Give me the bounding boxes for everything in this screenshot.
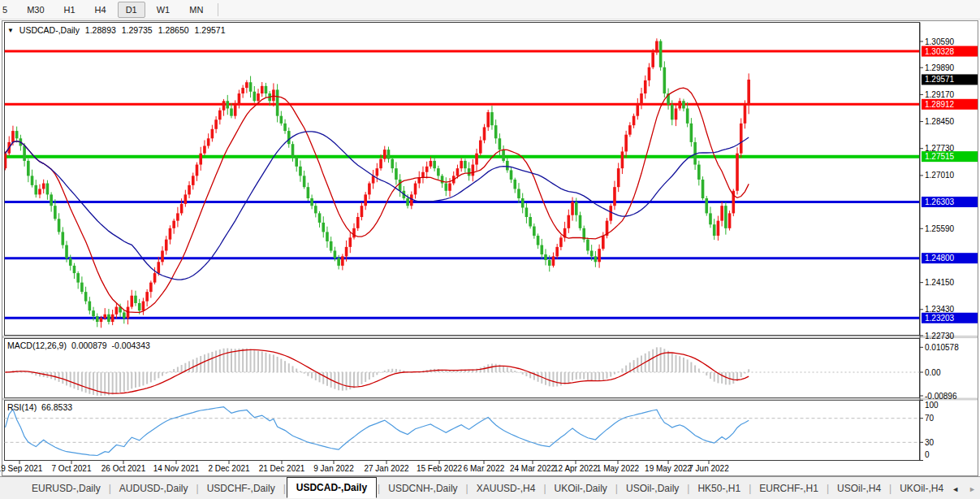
macd-bar (150, 372, 152, 382)
macd-bar (625, 366, 627, 372)
tab-scroll-arrows: ◄ ► (952, 485, 976, 493)
macd-bar (369, 372, 370, 380)
tab-ukoil-daily[interactable]: UKOil-,Daily (547, 479, 615, 497)
macd-bar (73, 372, 75, 388)
tab-separator: | (749, 483, 751, 494)
macd-bar (162, 372, 163, 376)
tab-separator: | (615, 483, 618, 494)
macd-axis-label: -0.00896 (925, 392, 957, 401)
macd-bar (158, 372, 159, 378)
candle (659, 39, 663, 71)
macd-bar (353, 372, 355, 388)
tab-usdcnh-daily[interactable]: USDCNH-,Daily (381, 479, 464, 497)
tab-ukoil-h4[interactable]: UKOil-,H4 (892, 479, 951, 497)
timeframe-button-h4[interactable]: H4 (87, 2, 114, 18)
date-tick-label: 27 Jan 2022 (364, 464, 408, 473)
main-price-pane[interactable] (5, 23, 920, 336)
macd-bar (104, 372, 106, 396)
macd-bar (253, 350, 255, 372)
macd-bar (273, 354, 274, 372)
tab-separator: | (687, 483, 689, 494)
timeframe-button-m30[interactable]: M30 (19, 2, 52, 18)
tab-usoil-h4[interactable]: USOil-,H4 (830, 479, 888, 497)
tab-xauusd-h4[interactable]: XAUUSD-,H4 (469, 479, 543, 497)
macd-bar (97, 372, 98, 396)
date-tick-label: 19 May 2022 (645, 464, 692, 473)
macd-bar (607, 372, 608, 379)
macd-bar (127, 372, 129, 390)
macd-bar (522, 372, 524, 375)
macd-bar (215, 350, 217, 372)
macd-bar (714, 372, 715, 382)
timeframe-button-5[interactable]: 5 (0, 2, 15, 18)
tab-usoil-daily[interactable]: USOil-,Daily (619, 479, 686, 497)
macd-bar (480, 367, 481, 372)
rsi-axis-label: 0 (925, 450, 930, 459)
macd-bar (280, 359, 282, 372)
pane-separator[interactable] (2, 398, 978, 400)
macd-bar (667, 351, 669, 372)
rsi-axis-label: 70 (925, 414, 935, 423)
macd-bar (552, 372, 554, 387)
macd-axis-label: 0.010578 (925, 343, 959, 352)
tab-eurusd-daily[interactable]: EURUSD-,Daily (24, 479, 108, 497)
rsi-axis-label: 100 (925, 401, 939, 410)
tab-eurchf-h1[interactable]: EURCHF-,H1 (752, 479, 826, 497)
macd-bar (380, 372, 382, 373)
tab-separator: | (283, 483, 286, 494)
rsi-pane[interactable] (5, 401, 920, 461)
macd-bar (208, 353, 209, 372)
macd-bar (261, 352, 263, 372)
macd-bar (648, 351, 650, 372)
chart-menu-arrow-icon[interactable]: ▼ (7, 27, 14, 34)
tab-usdchf-daily[interactable]: USDCHF-,Daily (200, 479, 283, 497)
macd-bar (85, 372, 87, 393)
macd-bar (576, 372, 577, 380)
macd-pane[interactable] (5, 339, 920, 398)
macd-bar (311, 372, 313, 378)
timeframe-button-d1[interactable]: D1 (118, 2, 145, 18)
date-tick-label: 2 Dec 2021 (208, 464, 250, 473)
macd-bar (663, 349, 665, 372)
macd-bar (618, 371, 620, 372)
date-tick-label: 26 Oct 2021 (101, 464, 146, 473)
tab-scroll-right-icon[interactable]: ► (969, 485, 976, 493)
chart-canvas[interactable]: 1.305901.298901.291701.284501.277301.270… (0, 0, 980, 499)
tab-separator: | (827, 483, 829, 494)
macd-bar (166, 372, 167, 374)
price-level-flag-1.26303: 1.26303 (922, 197, 978, 207)
macd-bar (683, 358, 684, 372)
tab-usdcad-daily[interactable]: USDCAD-,Daily (287, 477, 377, 498)
macd-bar (690, 362, 692, 372)
macd-bar (698, 369, 700, 372)
macd-bar (89, 372, 90, 394)
price-tick-label: 1.27010 (925, 171, 955, 180)
macd-bar (219, 349, 221, 372)
macd-bar (637, 358, 638, 372)
macd-bar (181, 365, 183, 372)
timeframe-button-mn[interactable]: MN (181, 2, 211, 18)
timeframe-button-h1[interactable]: H1 (56, 2, 84, 18)
macd-bar (399, 370, 401, 372)
macd-bar (384, 371, 386, 372)
tab-separator: | (889, 483, 891, 494)
macd-bar (445, 371, 447, 372)
macd-bar (119, 372, 121, 393)
macd-bar (376, 372, 378, 375)
pane-separator[interactable] (2, 336, 978, 338)
price-level-flag-1.28912: 1.28912 (922, 99, 978, 110)
tab-audusd-daily[interactable]: AUDUSD-,Daily (112, 479, 196, 497)
timeframe-button-w1[interactable]: W1 (149, 2, 179, 18)
macd-bar (721, 372, 723, 384)
timeframe-toolbar: 5M30H1H4D1W1MN (0, 0, 980, 20)
toolbar-separator (218, 3, 218, 16)
macd-bar (614, 372, 615, 375)
svg-text:1.28912: 1.28912 (925, 100, 955, 109)
price-tick-label: 1.29170 (925, 90, 955, 99)
tab-hk50-h1[interactable]: HK50-,H1 (690, 479, 748, 497)
price-level-flag-1.23203: 1.23203 (922, 313, 978, 323)
tab-scroll-left-icon[interactable]: ◄ (952, 485, 959, 493)
date-tick-label: 7 Oct 2021 (52, 464, 92, 473)
macd-bar (621, 368, 623, 372)
macd-bar (656, 347, 658, 372)
